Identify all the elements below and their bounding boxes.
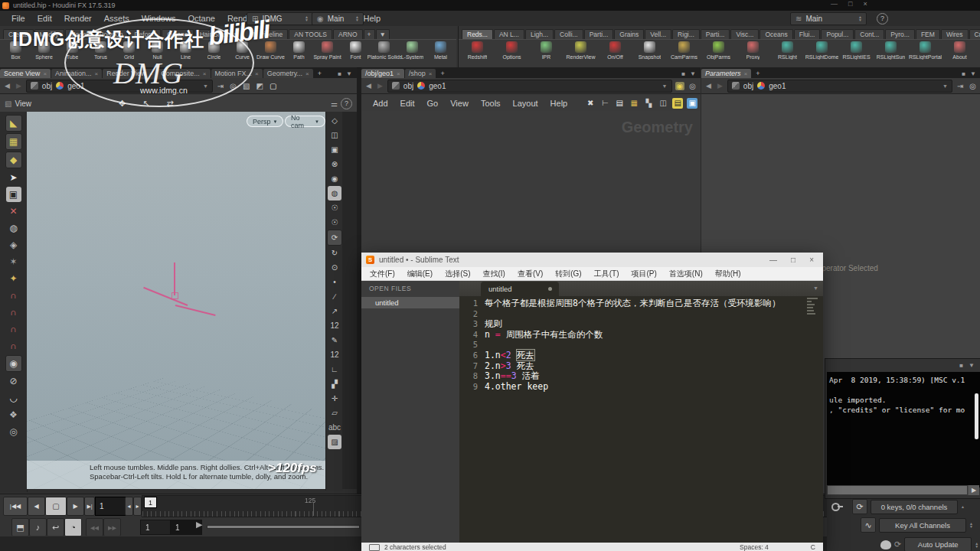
- pane-tab-motion-fx[interactable]: Motion FX...×: [211, 69, 263, 78]
- shelf-tool-rslight[interactable]: RSLight: [770, 40, 805, 67]
- paint-tool-icon[interactable]: ✦: [6, 271, 21, 286]
- sublime-menu-item[interactable]: 工具(T): [589, 268, 625, 280]
- dolly-cursor-icon[interactable]: ⇄: [166, 99, 173, 109]
- pane-maximize-icon[interactable]: ■: [962, 70, 965, 77]
- par-back-icon[interactable]: ◀: [704, 82, 713, 90]
- shelf-tool-on-off[interactable]: On/Off: [598, 40, 632, 67]
- shelf-tab-an-l[interactable]: AN L...: [494, 29, 524, 39]
- tab-close-icon[interactable]: ×: [744, 70, 748, 77]
- pane-maximize-icon[interactable]: ■: [959, 362, 963, 369]
- select-arrow-icon[interactable]: ➤: [6, 170, 21, 185]
- new-tab-button[interactable]: +: [436, 69, 448, 78]
- python-shell-output[interactable]: Apr 8 2019, 15:38:59) [MSC v.1 ule impor…: [827, 372, 980, 487]
- shelf-tab-ligh[interactable]: Ligh...: [525, 29, 554, 39]
- shelf-tool-tube[interactable]: Tube: [58, 40, 87, 67]
- shelf-tool-curve[interactable]: Curve: [228, 40, 256, 67]
- isolate-tool-icon[interactable]: ⊘: [6, 373, 21, 389]
- menu-file[interactable]: File: [6, 12, 31, 24]
- menu-octane[interactable]: Octane: [182, 12, 220, 24]
- syntax-status[interactable]: C: [811, 543, 815, 551]
- shelf-tab-reds[interactable]: Reds...: [462, 29, 493, 39]
- minimize-button[interactable]: —: [831, 0, 838, 8]
- hand-tool-icon[interactable]: ❖: [6, 407, 21, 422]
- pane-tab-animation[interactable]: Animation...×: [51, 69, 102, 78]
- viewport-help-icon[interactable]: ?: [341, 98, 352, 109]
- sublime-menu-item[interactable]: 文件(F): [364, 268, 400, 280]
- shelf-tab-colli[interactable]: Colli...: [554, 29, 583, 39]
- select-visible-icon[interactable]: ◆: [5, 152, 22, 168]
- net-forward-icon[interactable]: ▶: [376, 82, 384, 90]
- shelf-tab-vell[interactable]: Vell...: [645, 29, 671, 39]
- par-forward-icon[interactable]: ▶: [716, 82, 724, 90]
- memory-brain-icon[interactable]: [880, 540, 891, 549]
- new-tab-button[interactable]: +: [752, 69, 763, 78]
- key-all-spinner[interactable]: ▲▼: [969, 522, 973, 528]
- update-mode-spinner[interactable]: ▲▼: [975, 542, 978, 548]
- select-cursor-icon[interactable]: ↖: [142, 99, 149, 109]
- snap-curve-magnet-icon[interactable]: ∩: [6, 305, 21, 320]
- shelf-tool-redshift[interactable]: Redshift: [460, 40, 495, 67]
- snap-combo-magnet-icon[interactable]: ∩: [6, 338, 21, 354]
- update-mode-dropdown[interactable]: Auto Update: [904, 537, 972, 551]
- net-menu-edit[interactable]: Edit: [395, 97, 420, 109]
- range-slider-track[interactable]: [207, 525, 360, 529]
- tab-overflow-icon[interactable]: ▼: [813, 285, 818, 291]
- scrollbar-thumb[interactable]: [827, 485, 968, 495]
- shelf-tab-crowds[interactable]: Crowds: [969, 29, 980, 39]
- play-forward-button[interactable]: ▶: [67, 497, 84, 516]
- view-camera-icon[interactable]: ◇: [328, 113, 341, 128]
- shelf-tool-circle[interactable]: Circle: [200, 40, 228, 67]
- shelf-tab-wires[interactable]: Wires: [941, 29, 969, 39]
- shelf-tab-parti[interactable]: Parti...: [584, 29, 614, 39]
- breadcrumb-caret-icon[interactable]: ▼: [942, 83, 948, 89]
- net-tree-icon[interactable]: ⊢: [599, 98, 610, 109]
- tab-close-icon[interactable]: ×: [203, 70, 207, 77]
- tab-close-icon[interactable]: ×: [149, 70, 153, 77]
- globe-view-icon[interactable]: ◉: [328, 171, 341, 186]
- sublime-editor[interactable]: 1每个格子都是根据周围8个格子的状态，来判断自己是否存活（受环境影响）23规则4…: [459, 296, 823, 543]
- shelf-tool-metal[interactable]: Metal: [426, 40, 455, 67]
- uv-card-icon[interactable]: ▱: [328, 406, 341, 420]
- pane-tab-obj-geo1[interactable]: /obj/geo1×: [361, 69, 404, 78]
- shelf-tab-an-pipeline[interactable]: AN Pipeline: [243, 29, 288, 39]
- shelf-tab-grains[interactable]: Grains: [614, 29, 644, 39]
- console-horizontal-scrollbar[interactable]: ▶: [827, 485, 979, 495]
- pane-tab-composite[interactable]: Composite...×: [157, 69, 210, 78]
- shelf-tool-box[interactable]: Box: [2, 40, 30, 67]
- tab-close-icon[interactable]: ×: [429, 70, 433, 77]
- jump-to-operator-icon[interactable]: ⇥: [216, 82, 225, 90]
- key-all-dropdown[interactable]: Key All Channels: [879, 518, 966, 533]
- pane-tab-render-view[interactable]: Render View×: [103, 69, 156, 78]
- range-slider-handle[interactable]: ▶: [196, 520, 202, 530]
- sublime-menu-item[interactable]: 帮助(H): [710, 268, 746, 280]
- shelf-tab-polygon[interactable]: Polygon: [94, 29, 129, 39]
- shelf-tool-proxy[interactable]: Proxy: [736, 40, 770, 67]
- shelf-tool-snapshot[interactable]: Snapshot: [632, 40, 667, 67]
- network-breadcrumb[interactable]: obj geo1 ▼: [387, 80, 672, 93]
- step-forward-button[interactable]: ▸: [133, 497, 142, 516]
- net-menu-help[interactable]: Help: [545, 97, 573, 109]
- shelf-tool-options[interactable]: Options: [495, 40, 529, 67]
- new-tab-button[interactable]: +: [314, 69, 325, 78]
- shelf-tab-create[interactable]: Create: [3, 29, 34, 39]
- shelf-tool-renderview[interactable]: RenderView: [564, 40, 598, 67]
- scroll-right-icon[interactable]: ▶: [969, 485, 979, 495]
- pane-menu-icon[interactable]: ▼: [346, 70, 352, 77]
- range-start-field[interactable]: 1: [140, 520, 171, 535]
- edit-tool-icon[interactable]: ◈: [6, 237, 21, 253]
- headlight-icon[interactable]: ☉: [328, 201, 341, 215]
- parameters-breadcrumb[interactable]: obj geo1 ▼: [727, 80, 952, 93]
- shelf-tab-flui[interactable]: Flui...: [794, 29, 821, 39]
- orbit-center-icon[interactable]: ⟳: [327, 230, 342, 246]
- tumble-cursor-icon[interactable]: ✥: [119, 99, 126, 109]
- shelf-menu-icon[interactable]: ▼: [376, 29, 390, 39]
- net-background-image-icon[interactable]: ▣: [687, 98, 697, 109]
- rotate-view-icon[interactable]: ↻: [328, 246, 341, 260]
- sublime-minimize-button[interactable]: —: [769, 256, 777, 264]
- shelf-tab-an-tools[interactable]: AN TOOLS: [289, 29, 332, 39]
- net-color-palette-icon[interactable]: ▦: [629, 98, 639, 109]
- tab-close-icon[interactable]: ×: [305, 70, 309, 77]
- shelf-tool-null[interactable]: Null: [143, 40, 172, 67]
- shelf-tool-spray-paint[interactable]: Spray Paint: [313, 40, 341, 67]
- sublime-menu-item[interactable]: 查找(I): [477, 268, 510, 280]
